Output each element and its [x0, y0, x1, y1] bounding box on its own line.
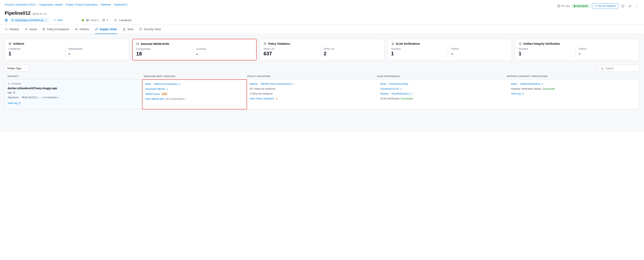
- clock-icon: [557, 5, 560, 8]
- page-title: Pipeline012: [5, 11, 30, 16]
- tab-security-tests[interactable]: Security Tests: [139, 25, 161, 34]
- svg-rect-15: [137, 43, 138, 45]
- download-icon: [400, 88, 402, 90]
- col-slsa: Build› ProvenanceStep› Download SLSA Dep…: [378, 80, 508, 109]
- branch-chip[interactable]: main: [52, 18, 65, 22]
- breadcrumb: Account: Automation-SSCA› Organization: …: [5, 3, 128, 6]
- deny-list-text: 2 Deny list violations: [250, 92, 375, 95]
- breadcrumb-pipeline[interactable]: Pipeline012: [114, 3, 128, 6]
- slsa-deploy-stage-link[interactable]: Deploy: [380, 92, 388, 95]
- tabs: Pipeline Inputs Policy Evaluations Artif…: [0, 25, 644, 34]
- signature-value: MEQCIde2VjI...L+2+mqnOXw==: [22, 96, 59, 99]
- verified-icon: [519, 42, 522, 45]
- svg-point-4: [637, 7, 637, 7]
- integrity-view-log-link[interactable]: View log: [511, 92, 636, 95]
- col-policy: Deploy› SBOM Policy Enforcement_1› 637 A…: [247, 80, 378, 109]
- globe-icon: [5, 19, 8, 22]
- tab-tests[interactable]: Tests: [122, 25, 134, 34]
- artifact-type-select[interactable]: Artifact Type: [5, 65, 28, 72]
- integrity-status: Integrity Verification Status: Successfu…: [511, 87, 636, 90]
- col-sbom: Build› SBOM Orchestration_1› Download SB…: [142, 79, 247, 109]
- policy-step-link[interactable]: SBOM Policy Enforcement_1: [261, 82, 294, 85]
- search-input-wrapper[interactable]: [598, 65, 639, 72]
- drift-icon: [136, 42, 139, 46]
- card-policy-violations: Policy Violations Allow List637 Deny Lis…: [260, 39, 384, 60]
- breadcrumb-org[interactable]: Organization: default: [39, 3, 62, 6]
- download-sbom-link[interactable]: Download SBOM: [145, 87, 244, 90]
- tab-pipeline[interactable]: Pipeline: [5, 25, 19, 34]
- rerun-pipeline-button[interactable]: Re-run Pipeline: [592, 3, 618, 9]
- duration: 7m 11s: [557, 5, 570, 8]
- sbom-score-badge: 6.13: [161, 92, 168, 96]
- breadcrumb-project[interactable]: Project: Product Exploratory: [66, 3, 98, 6]
- integrity-step-link[interactable]: ArtifactVerification_1: [520, 82, 543, 85]
- artifact-name: docker.io/lavakush07/easy-buggy-app: [8, 87, 139, 90]
- cube-icon: [8, 83, 10, 85]
- warning-icon: [276, 97, 278, 100]
- sbom-score-link[interactable]: SBOM Score 6.13: [145, 92, 244, 96]
- more-vertical-icon: [636, 5, 638, 8]
- svg-point-9: [54, 21, 55, 21]
- ci-label: easy-b...: [91, 19, 100, 22]
- shield-check-icon: [42, 28, 46, 31]
- download-icon: [166, 88, 168, 90]
- inputs-icon: [25, 28, 28, 31]
- shield-icon: [139, 28, 142, 31]
- repo-chip[interactable]: easybuggy-vulnerable-applic...: [10, 18, 48, 22]
- link-icon: [95, 28, 98, 31]
- policy-stage-link[interactable]: Deploy: [250, 82, 257, 85]
- sbom-step-link[interactable]: SBOM Orchestration_1: [154, 83, 180, 86]
- stage-label: P.: [107, 19, 109, 22]
- badge-icon: [391, 42, 394, 45]
- breadcrumb-pipelines[interactable]: Pipelines: [101, 3, 111, 6]
- integrity-stage-link[interactable]: Build: [511, 82, 517, 85]
- breadcrumb-account[interactable]: Account: Automation-SSCA: [5, 3, 36, 6]
- pencil-icon: [628, 5, 632, 8]
- cube-icon: [8, 42, 12, 45]
- user-name: Lavakush: [119, 19, 132, 22]
- info-button[interactable]: [620, 4, 625, 9]
- svg-point-8: [54, 20, 55, 20]
- table-header: ARTIFACT SBOM AND DRIFT ANALYSIS POLICY …: [5, 75, 639, 79]
- rerun-icon: [594, 5, 597, 7]
- download-slsa-link[interactable]: Download SLSA: [380, 87, 506, 90]
- view-sbom-drift-link[interactable]: View SBOM drift (18 Components ): [145, 97, 244, 100]
- slsa-deploy-step-link[interactable]: SlsaVerification_1: [392, 92, 412, 95]
- svg-point-11: [87, 20, 88, 21]
- flask-icon: [122, 28, 126, 31]
- card-slsa-verifications: SLSA Verifications Success1 Failure-: [388, 39, 512, 60]
- ci-icon: [81, 19, 84, 22]
- tab-supply-chain[interactable]: Supply Chain: [95, 25, 117, 34]
- chevron-down-icon: [23, 67, 26, 70]
- search-input[interactable]: [606, 67, 639, 70]
- view-policy-violations-link[interactable]: View Policy Violations: [250, 97, 375, 100]
- tab-artifacts[interactable]: Artifacts: [75, 25, 90, 34]
- col-artifact: Container docker.io/lavakush07/easy-bugg…: [5, 80, 142, 109]
- svg-point-13: [115, 20, 116, 20]
- gear-icon: [86, 19, 89, 22]
- card-sbom-drifts: Detected SBOM Drifts Components18 Licens…: [132, 39, 256, 60]
- table-row: Container docker.io/lavakush07/easy-bugg…: [5, 79, 639, 109]
- external-link-icon: [522, 93, 524, 95]
- info-icon: [621, 5, 624, 8]
- slsa-status: SLSA Verification Successful: [380, 97, 506, 100]
- pipeline-icon: [5, 28, 8, 31]
- edit-button[interactable]: [628, 4, 632, 9]
- tab-inputs[interactable]: Inputs: [25, 25, 37, 34]
- search-icon: [601, 67, 604, 70]
- shield-alert-icon: [264, 42, 266, 45]
- sbom-stage-link[interactable]: Build: [145, 83, 151, 86]
- more-button[interactable]: [634, 4, 639, 9]
- user-icon: [114, 19, 117, 21]
- slsa-build-step-link[interactable]: ProvenanceStep: [389, 82, 408, 85]
- avatar: [114, 18, 118, 22]
- svg-rect-7: [12, 20, 13, 21]
- view-log-link[interactable]: View log: [8, 102, 139, 105]
- tab-policy-evaluations[interactable]: Policy Evaluations: [42, 25, 69, 34]
- allow-list-text: 637 Allow list violations: [250, 87, 375, 90]
- stage-icon: [102, 19, 105, 22]
- build-id: (Build Id: 17): [32, 12, 47, 15]
- slsa-build-stage-link[interactable]: Build: [380, 82, 386, 85]
- svg-point-2: [637, 5, 637, 5]
- svg-point-17: [392, 43, 394, 44]
